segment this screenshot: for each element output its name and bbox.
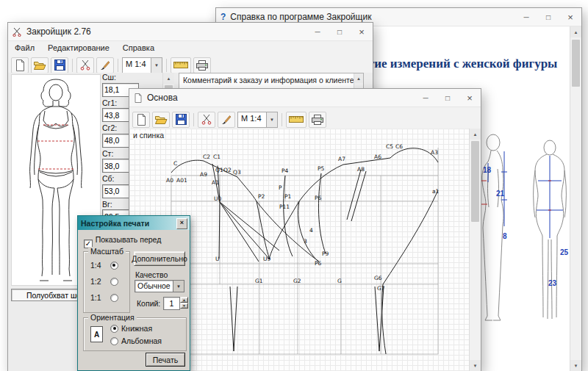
cut-button[interactable] <box>76 57 94 73</box>
scale-value: M 1:4 <box>238 112 266 127</box>
svg-text:G2: G2 <box>293 278 301 284</box>
minimize-button[interactable]: ─ <box>306 23 329 40</box>
brush-button[interactable] <box>218 112 235 128</box>
save-icon <box>176 114 187 125</box>
svg-text:4: 4 <box>309 227 313 234</box>
main-window-title: Закройщик 2.76 <box>26 26 91 37</box>
spin-up-icon[interactable]: ▲ <box>180 297 188 303</box>
main-window-titlebar[interactable]: Закройщик 2.76 ─ □ × <box>8 23 373 41</box>
ruler-button[interactable] <box>171 57 191 73</box>
chevron-down-icon[interactable]: ▼ <box>173 281 184 292</box>
cut-button[interactable] <box>198 112 215 128</box>
minimize-button[interactable]: ─ <box>515 8 537 26</box>
osnova-window-title: Основа <box>147 93 178 103</box>
print-button[interactable] <box>309 112 326 128</box>
new-file-button[interactable] <box>11 57 29 73</box>
svg-text:Q1: Q1 <box>215 167 223 173</box>
scale-radio-1-2[interactable] <box>110 278 118 286</box>
svg-text:U9: U9 <box>263 256 270 262</box>
measure-number: 25 <box>560 248 568 256</box>
scale-option-label: 1:2 <box>90 277 101 286</box>
orientation-option-label: Книжная <box>121 324 152 333</box>
orientation-portrait-radio[interactable] <box>110 325 118 333</box>
svg-text:3: 3 <box>304 238 307 245</box>
quality-select[interactable]: Обычное ▼ <box>135 280 184 292</box>
orientation-landscape-radio[interactable] <box>110 337 118 345</box>
close-button[interactable]: × <box>459 89 481 107</box>
open-file-button[interactable] <box>152 112 170 128</box>
print-button[interactable] <box>193 57 211 73</box>
help-heading: Снятие измерений с женской фигуры <box>345 56 558 73</box>
svg-text:G1: G1 <box>255 278 263 284</box>
svg-text:C6: C6 <box>395 143 403 150</box>
open-file-button[interactable] <box>31 57 49 73</box>
scrollbar-thumb[interactable] <box>572 40 580 87</box>
open-folder-icon <box>155 115 168 125</box>
close-button[interactable]: × <box>559 8 581 26</box>
measure-number: 23 <box>548 279 556 287</box>
quality-value: Обычное <box>135 281 173 292</box>
osnova-scrollbar[interactable]: ▲ ▼ <box>469 129 481 371</box>
ruler-icon <box>173 61 188 69</box>
scale-option-label: 1:1 <box>90 293 101 302</box>
save-button[interactable] <box>51 57 68 73</box>
new-file-button[interactable] <box>132 112 150 128</box>
ruler-icon <box>289 115 304 123</box>
maximize-button[interactable]: □ <box>437 89 459 107</box>
pattern-point-labels: CC2C1A9Q1Q2Q3P4P5A7A6C5C6A3A0A01A1A8a1U0… <box>166 143 440 292</box>
svg-text:P6: P6 <box>315 260 322 267</box>
svg-text:A8: A8 <box>357 166 365 173</box>
copies-spinner: ▲ ▼ <box>163 297 188 310</box>
toolbar-separator <box>166 59 167 72</box>
copies-input[interactable] <box>163 297 180 310</box>
svg-text:A01: A01 <box>176 177 187 184</box>
orientation-option-label: Альбомная <box>121 336 162 345</box>
close-button[interactable]: × <box>351 23 373 40</box>
svg-text:U0: U0 <box>214 195 221 202</box>
measurement-label: Сш: <box>102 73 154 82</box>
scroll-down-icon[interactable]: ▼ <box>470 360 481 371</box>
ruler-button[interactable] <box>286 112 306 128</box>
chevron-down-icon[interactable]: ▼ <box>266 112 277 127</box>
scroll-down-icon[interactable]: ▼ <box>570 360 581 371</box>
maximize-button[interactable]: □ <box>537 8 559 26</box>
advanced-button[interactable]: Дополнительно <box>134 251 185 266</box>
help-scrollbar[interactable]: ▲ ▼ <box>570 26 581 371</box>
svg-text:C: C <box>173 160 177 167</box>
print-dialog-titlebar[interactable]: Настройка печати × <box>78 216 190 230</box>
open-folder-icon <box>34 60 46 71</box>
menu-edit[interactable]: Редактирование <box>41 43 116 53</box>
scroll-up-icon[interactable]: ▲ <box>163 73 174 84</box>
osnova-window-titlebar[interactable]: Основа ─ □ × <box>129 89 481 107</box>
scale-value: M 1:4 <box>123 58 151 73</box>
spin-down-icon[interactable]: ▼ <box>180 303 188 309</box>
menu-help[interactable]: Справка <box>116 43 161 53</box>
scale-combobox[interactable]: M 1:4 ▼ <box>237 112 278 128</box>
menu-file[interactable]: Файл <box>8 43 41 53</box>
app-icon <box>12 27 22 37</box>
scale-radio-1-4[interactable] <box>110 262 118 270</box>
minimize-button[interactable]: ─ <box>415 89 437 107</box>
save-button[interactable] <box>172 112 190 128</box>
brush-button[interactable] <box>96 57 114 73</box>
scale-combobox[interactable]: M 1:4 ▼ <box>122 57 162 73</box>
svg-text:C1: C1 <box>213 154 220 160</box>
maximize-button[interactable]: □ <box>329 23 351 40</box>
scale-radio-1-1[interactable] <box>110 294 118 302</box>
scissors-icon <box>201 114 212 125</box>
svg-text:P6: P6 <box>315 195 322 201</box>
print-confirm-button[interactable]: Печать <box>146 353 185 367</box>
toolbar-separator <box>72 59 73 72</box>
close-button[interactable]: × <box>176 218 187 229</box>
scroll-up-icon[interactable]: ▲ <box>570 26 581 37</box>
scrollbar-thumb[interactable] <box>471 141 479 222</box>
help-window-icon: ? <box>220 12 226 22</box>
chevron-down-icon[interactable]: ▼ <box>151 58 162 73</box>
orientation-group-legend: Ориентация <box>88 313 137 322</box>
print-dialog-title: Настройка печати <box>81 219 149 228</box>
svg-text:A1: A1 <box>212 179 219 186</box>
portrait-page-icon: A <box>90 326 103 342</box>
scroll-up-icon[interactable]: ▲ <box>470 129 481 140</box>
svg-text:G: G <box>337 278 342 284</box>
scroll-up-icon[interactable]: ▲ <box>354 73 363 83</box>
